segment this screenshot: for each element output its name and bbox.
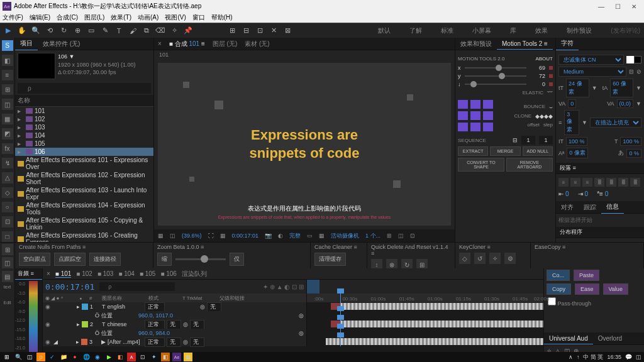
tl-tab-105[interactable]: ■ 105 — [140, 270, 156, 277]
tab-effects-presets[interactable]: 效果和预设 — [455, 38, 497, 50]
tab-effect-controls[interactable]: 效果控件 (无) — [38, 38, 85, 50]
project-item[interactable]: After Effects Expressions 105 - Copying … — [15, 216, 153, 231]
workspace-small[interactable]: 小屏幕 — [472, 26, 491, 35]
tab-info2[interactable]: 跟踪 — [579, 201, 601, 214]
zoom-slider[interactable] — [175, 258, 226, 260]
project-item[interactable]: ▸105 — [15, 140, 153, 148]
dock-btn-10-icon[interactable]: △ — [2, 172, 13, 183]
nulls-btn1[interactable]: 空白跟点 — [19, 253, 50, 266]
region-icon[interactable]: ▭ — [307, 233, 313, 239]
font-select[interactable]: 忠诚集体 CN — [558, 55, 624, 65]
dock-btn-6-icon[interactable]: ▦ — [2, 114, 13, 124]
dock-btn-12-icon[interactable]: ○ — [2, 202, 13, 212]
tl-tab-104[interactable]: ■ 104 — [118, 270, 135, 277]
ec-value-button[interactable]: Value — [603, 283, 628, 295]
comp-tab[interactable]: ■ 合成 101 ≡ — [169, 40, 205, 48]
font-size-input[interactable]: 24 像素 — [566, 79, 589, 97]
align-center-icon[interactable]: ≡ — [570, 178, 580, 187]
tl-tab-render[interactable]: 渲染队列 — [182, 270, 207, 278]
cache-panel-header[interactable]: Cache Cleaner ≡ — [314, 244, 363, 250]
puppet-tool-icon[interactable]: 📌 — [184, 26, 192, 35]
dock-btn-13-icon[interactable]: ⊡ — [2, 216, 13, 227]
zoom-panel-header[interactable]: Zoom Beta 1.0.0 ≡ — [157, 244, 306, 250]
easecopy-header[interactable]: EaseCopy ≡ — [535, 244, 640, 250]
mid-dock-1-icon[interactable]: ⊞ — [2, 244, 13, 255]
nulls-btn3[interactable]: 连接路径 — [89, 253, 121, 266]
opt3-icon[interactable]: ⊠ — [283, 26, 292, 35]
baseline-input[interactable]: 0 像素 — [567, 148, 588, 158]
menu-view[interactable]: 视图(V) — [165, 13, 186, 22]
kc-btn3-icon[interactable]: ✧ — [489, 253, 501, 264]
addnull-button[interactable]: ADD NULL — [523, 146, 553, 156]
leading-input[interactable]: 60 像素 — [610, 79, 633, 97]
menu-anim[interactable]: 动画(A) — [138, 13, 158, 22]
dock-btn-3-icon[interactable]: ≡ — [2, 70, 13, 80]
brush-tool-icon[interactable]: 🖌 — [128, 26, 137, 35]
project-item[interactable]: After Effects Expressions 104 - Expressi… — [15, 201, 153, 216]
style-select[interactable]: Medium — [558, 67, 626, 77]
task-view-icon[interactable]: ◫ — [25, 353, 34, 361]
snapshot-icon[interactable]: 📷 — [265, 233, 272, 239]
roto-tool-icon[interactable]: ✧ — [170, 26, 179, 35]
justify-all-icon[interactable]: ≣ — [630, 178, 640, 187]
seq-num1[interactable]: 1 — [521, 136, 535, 145]
tl-navigator[interactable] — [307, 280, 319, 293]
camera-dropdown[interactable]: 活动摄像机 — [331, 232, 359, 240]
tracking-input[interactable]: (0,0) — [617, 99, 634, 108]
tab-overlord[interactable]: Overlord — [593, 333, 627, 344]
project-item[interactable]: After Effects Expressions 103 - Launch I… — [15, 186, 153, 201]
motion-y-value[interactable]: 72 — [530, 73, 545, 79]
tb-app9-icon[interactable]: ◧ — [161, 353, 170, 361]
tab-motion-tools[interactable]: Motion Tools 2 ≡ — [497, 38, 553, 50]
clone-tool-icon[interactable]: ⧉ — [142, 26, 151, 35]
tray-notif-icon[interactable]: 💬 — [625, 354, 632, 360]
tb-chrome-icon[interactable]: 🌐 — [82, 353, 91, 361]
tl-tab-101[interactable]: ■ 101 — [55, 270, 72, 278]
remove-artboard-button[interactable]: REMOVE ARTBOARD — [506, 158, 553, 172]
stroke-order-select[interactable]: 在描边上填充 — [590, 118, 641, 128]
views-dropdown[interactable]: 1 个... — [365, 232, 380, 240]
res-icon[interactable]: ◫ — [170, 233, 175, 239]
project-item[interactable]: After Effects Expressions 101 - Expressi… — [15, 156, 153, 171]
tb-ae-icon[interactable]: Ae — [172, 353, 181, 361]
workspace-lib[interactable]: 库 — [510, 26, 516, 35]
extract-button[interactable]: EXTRACT — [458, 146, 488, 156]
timeline-property[interactable]: Ö位置960.0, 1017.0◎ — [43, 311, 543, 320]
tray-icon1[interactable]: ∧ — [569, 354, 573, 360]
vscale-input[interactable]: 100 % — [620, 137, 641, 146]
nulls-btn2[interactable]: 点跟踪空 — [54, 253, 86, 266]
ec-paste-button[interactable]: Paste — [574, 270, 599, 281]
tb-app3-icon[interactable]: ● — [70, 353, 79, 361]
tb-app8-icon[interactable]: ✦ — [150, 353, 158, 361]
expand-icon[interactable]: ⛶ — [208, 233, 214, 239]
close-button[interactable]: ✕ — [626, 2, 641, 11]
grid-icon[interactable]: ▦ — [220, 233, 226, 239]
tray-icon3[interactable]: ◫ — [636, 354, 641, 360]
current-time[interactable]: 0:00:17:01 — [232, 233, 259, 239]
tab-universal-audio[interactable]: Universal Aud — [544, 333, 593, 344]
menu-edit[interactable]: 编辑(E) — [30, 13, 50, 22]
menu-file[interactable]: 文件(F) — [3, 13, 23, 22]
visibility-toggle-icon[interactable]: ◉ — [45, 339, 52, 345]
tb-app6-icon[interactable]: ◧ — [116, 353, 125, 361]
convert-shape-button[interactable]: CONVERT TO SHAPE — [458, 158, 504, 172]
tb-app7-icon[interactable]: ⊡ — [138, 353, 147, 361]
comp-thumbnail[interactable] — [18, 53, 55, 79]
tl-tab-106[interactable]: ■ 106 — [160, 270, 177, 277]
keycloner-panel-header[interactable]: KeyCloner ≡ — [459, 244, 526, 250]
merge-button[interactable]: MERGE — [490, 146, 520, 156]
res-dropdown[interactable]: 完整 — [289, 232, 301, 240]
menu-effect[interactable]: 效果(T) — [111, 13, 131, 22]
menu-help[interactable]: 帮助(H) — [211, 13, 233, 22]
tb-app5-icon[interactable]: ▶ — [104, 353, 113, 361]
dock-btn-4-icon[interactable]: ⊞ — [2, 84, 13, 95]
channel-icon[interactable]: ◐ — [278, 233, 283, 239]
tl-dock1-icon[interactable]: ▤ — [2, 271, 13, 282]
dock-btn-14-icon[interactable]: □ — [2, 231, 13, 242]
cache-clean-button[interactable]: 清理缓存 — [314, 253, 346, 266]
rect-tool-icon[interactable]: ▭ — [87, 26, 96, 35]
nulls-panel-header[interactable]: Create Nulls From Paths ≡ — [19, 244, 149, 250]
workspace-learn[interactable]: 了解 — [409, 26, 422, 35]
ec-copy-button[interactable]: Copy — [547, 283, 571, 295]
motion-z-value[interactable]: 0 — [530, 81, 545, 87]
